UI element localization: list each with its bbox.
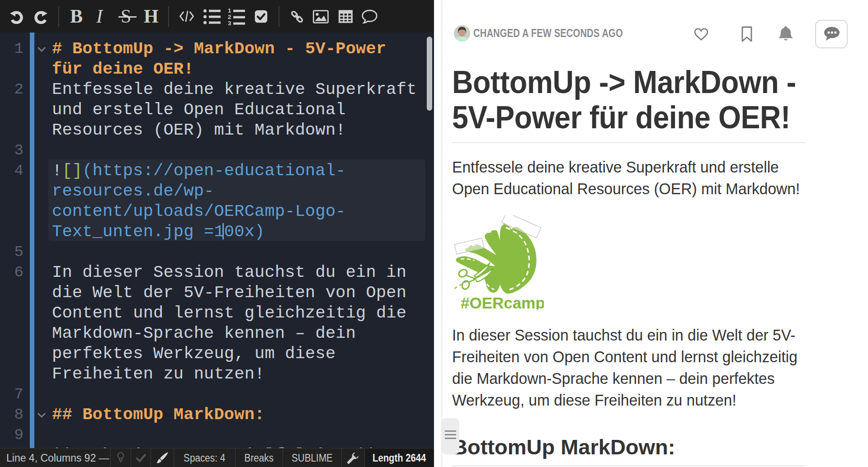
svg-text:3: 3 [228, 20, 231, 26]
svg-text:2: 2 [228, 14, 231, 20]
svg-text:#OERcamp: #OERcamp [461, 294, 544, 309]
svg-text:1: 1 [228, 7, 231, 14]
